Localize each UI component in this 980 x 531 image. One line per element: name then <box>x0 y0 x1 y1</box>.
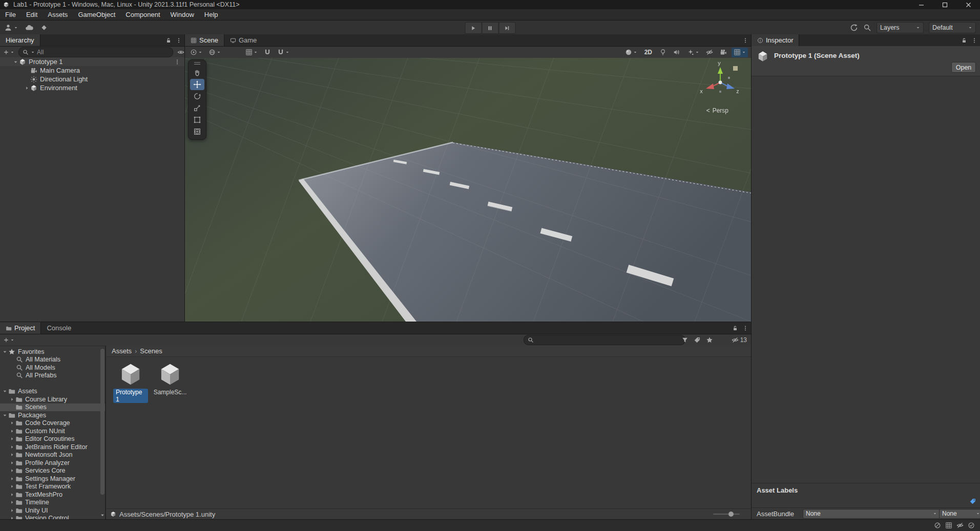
zoom-slider-knob[interactable] <box>728 512 734 517</box>
hand-tool-button[interactable] <box>190 67 204 78</box>
layout-dropdown[interactable]: Default <box>929 22 976 33</box>
kebab-menu-icon[interactable] <box>742 325 748 331</box>
project-search-input[interactable] <box>524 335 685 345</box>
tree-scrollbar-thumb[interactable] <box>100 349 105 495</box>
scene-visibility-icon[interactable] <box>177 49 184 56</box>
menu-window[interactable]: Window <box>165 9 199 20</box>
asset-tile-samplescene[interactable]: SampleSc... <box>153 362 187 396</box>
snap-toggle[interactable] <box>262 48 273 57</box>
hierarchy-item-scene[interactable]: Prototype 1 <box>0 57 184 66</box>
foldout-open-icon[interactable] <box>2 413 8 418</box>
tree-item-package[interactable]: Unity UI <box>0 506 105 515</box>
kebab-menu-icon[interactable] <box>174 59 180 65</box>
tree-item-package[interactable]: Settings Manager <box>0 475 105 483</box>
close-button[interactable] <box>956 0 980 9</box>
draw-mode-dropdown[interactable] <box>623 48 639 57</box>
move-tool-button[interactable] <box>190 79 204 90</box>
foldout-closed-icon[interactable] <box>9 429 15 434</box>
foldout-closed-icon[interactable] <box>9 452 15 457</box>
kebab-menu-icon[interactable] <box>971 37 977 44</box>
gizmos-dropdown[interactable] <box>732 48 748 57</box>
tool-handle-rotation-dropdown[interactable] <box>206 48 223 57</box>
foldout-closed-icon[interactable] <box>9 468 15 473</box>
tool-handle-position-dropdown[interactable] <box>188 48 204 57</box>
tree-item-package[interactable]: Version Control <box>0 515 105 520</box>
hierarchy-item-main-camera[interactable]: Main Camera <box>0 66 184 75</box>
overlay-drag-handle[interactable] <box>189 60 206 67</box>
tab-project[interactable]: Project <box>0 322 41 334</box>
tree-item-package[interactable]: JetBrains Rider Editor <box>0 443 105 451</box>
status-disabled-icon[interactable] <box>934 522 941 529</box>
foldout-closed-icon[interactable] <box>9 500 15 505</box>
scale-tool-button[interactable] <box>190 102 204 114</box>
account-button[interactable] <box>4 24 18 32</box>
tree-item-package[interactable]: Editor Coroutines <box>0 435 105 443</box>
search-by-type-icon[interactable] <box>681 336 689 344</box>
scene-lighting-toggle[interactable] <box>657 48 669 57</box>
tab-inspector[interactable]: Inspector <box>752 34 799 46</box>
cloud-button[interactable] <box>25 24 33 32</box>
asset-tile-prototype-1[interactable]: Prototype 1 <box>113 362 148 403</box>
tree-item-all-models[interactable]: All Models <box>0 364 105 372</box>
breadcrumb-root[interactable]: Assets <box>112 347 132 355</box>
tree-item-packages[interactable]: Packages <box>0 411 105 419</box>
rotate-tool-button[interactable] <box>190 91 204 102</box>
assetbundle-name-dropdown[interactable]: None <box>803 509 940 519</box>
tree-item-package[interactable]: Test Framework <box>0 483 105 491</box>
foldout-closed-icon[interactable] <box>24 86 30 91</box>
scene-visibility-toggle[interactable] <box>704 48 715 57</box>
foldout-closed-icon[interactable] <box>9 492 15 497</box>
minimize-button[interactable] <box>909 0 933 9</box>
lock-icon[interactable] <box>732 325 738 331</box>
tab-console[interactable]: Console <box>41 322 77 334</box>
foldout-open-icon[interactable] <box>12 59 19 65</box>
layers-dropdown[interactable]: Layers <box>877 22 924 33</box>
pause-button[interactable] <box>482 22 498 34</box>
scene-audio-toggle[interactable] <box>671 48 682 57</box>
thumbnail-zoom-slider[interactable] <box>713 514 740 515</box>
create-add-button[interactable] <box>3 49 14 55</box>
foldout-closed-icon[interactable] <box>9 397 15 402</box>
menu-component[interactable]: Component <box>120 9 165 20</box>
tree-item-package[interactable]: Services Core <box>0 467 105 475</box>
status-visibility-icon[interactable] <box>956 522 964 529</box>
tree-item-assets[interactable]: Assets <box>0 388 105 396</box>
status-tasks-icon[interactable] <box>968 522 975 529</box>
hidden-packages-toggle[interactable]: 13 <box>732 336 747 344</box>
foldout-open-icon[interactable] <box>2 389 8 394</box>
tree-item-all-materials[interactable]: All Materials <box>0 356 105 364</box>
lock-icon[interactable] <box>961 37 967 44</box>
menu-assets[interactable]: Assets <box>43 9 73 20</box>
version-control-button[interactable] <box>40 24 48 31</box>
search-by-label-icon[interactable] <box>694 336 701 344</box>
menu-file[interactable]: File <box>0 9 21 20</box>
snap-settings-dropdown[interactable] <box>275 48 291 57</box>
tree-item-package[interactable]: Newtonsoft Json <box>0 451 105 459</box>
label-tag-icon[interactable] <box>969 498 976 505</box>
breadcrumb-current[interactable]: Scenes <box>140 347 162 355</box>
status-cache-icon[interactable] <box>945 522 952 529</box>
tab-scene[interactable]: Scene <box>185 34 224 46</box>
effects-dropdown[interactable] <box>685 48 701 57</box>
axis-x-label[interactable]: x <box>700 88 703 94</box>
scroll-down-arrow-icon[interactable] <box>100 513 105 518</box>
tree-item-course-library[interactable]: Course Library <box>0 395 105 403</box>
foldout-closed-icon[interactable] <box>9 476 15 481</box>
axis-y-label[interactable]: y <box>718 60 721 66</box>
tree-item-package[interactable]: TextMeshPro <box>0 491 105 499</box>
tree-item-scenes[interactable]: Scenes <box>0 403 105 412</box>
axis-z-label[interactable]: z <box>736 88 739 94</box>
menu-help[interactable]: Help <box>199 9 223 20</box>
menu-edit[interactable]: Edit <box>21 9 43 20</box>
rect-tool-button[interactable] <box>190 114 204 125</box>
open-button[interactable]: Open <box>951 62 976 73</box>
tree-item-package[interactable]: Timeline <box>0 499 105 507</box>
foldout-closed-icon[interactable] <box>9 516 15 519</box>
tab-game[interactable]: Game <box>224 34 262 46</box>
kebab-menu-icon[interactable] <box>176 37 182 44</box>
lock-icon[interactable] <box>165 37 172 44</box>
tree-item-package[interactable]: Profile Analyzer <box>0 459 105 467</box>
menu-gameobject[interactable]: GameObject <box>73 9 120 20</box>
tree-item-favorites[interactable]: Favorites <box>0 348 105 356</box>
play-button[interactable] <box>465 22 482 34</box>
